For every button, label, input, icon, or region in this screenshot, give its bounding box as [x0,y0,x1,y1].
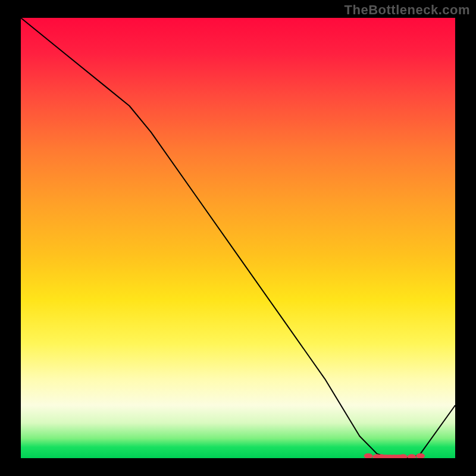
watermark-text: TheBottleneck.com [345,2,470,18]
valley-marker [416,453,425,458]
bottleneck-curve [21,18,455,458]
valley-markers [364,453,425,458]
valley-marker [364,453,372,458]
valley-marker [399,455,407,458]
chart-frame: TheBottleneck.com [0,0,476,476]
valley-marker [408,455,416,458]
line-path [21,18,455,458]
plot-area [21,18,455,458]
